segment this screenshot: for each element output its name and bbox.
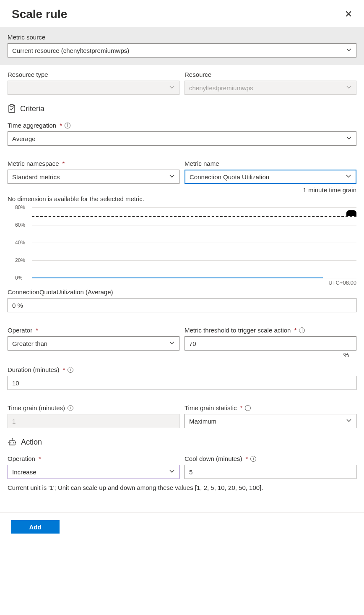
threshold-value: 70: [189, 340, 196, 347]
chevron-down-icon: [169, 340, 175, 347]
chevron-down-icon: [346, 173, 351, 181]
required-mark: *: [39, 455, 41, 462]
required-mark: *: [60, 122, 62, 129]
unit-note: Current unit is '1'; Unit can scale up a…: [0, 481, 364, 497]
metric-name-value: Connection Quota Utilization: [190, 173, 269, 181]
gridline: [32, 260, 356, 261]
metric-namespace-value: Standard metrics: [12, 173, 60, 181]
metric-grain-note: 1 minute time grain: [185, 186, 356, 194]
no-dimension-text: No dimension is available for the select…: [0, 195, 364, 204]
required-mark: *: [246, 455, 248, 462]
robot-icon: [8, 437, 17, 447]
info-icon[interactable]: i: [250, 456, 256, 462]
time-grain-stat-label: Time grain statistic: [185, 404, 237, 411]
gridline: [32, 225, 356, 225]
svg-point-6: [12, 438, 13, 439]
resource-value: chenyltestpremiumwps: [189, 84, 253, 92]
y-tick: 0%: [15, 275, 22, 281]
svg-rect-2: [9, 441, 15, 445]
add-button[interactable]: Add: [11, 520, 60, 534]
chevron-down-icon: [169, 173, 175, 181]
resource-select: chenyltestpremiumwps: [185, 81, 356, 95]
required-mark: *: [36, 327, 38, 334]
y-tick: 40%: [15, 240, 25, 246]
metric-source-label: Metric source: [8, 34, 356, 41]
criteria-section-title: Criteria: [20, 105, 44, 113]
operation-label: Operation: [8, 455, 35, 462]
duration-value: 10: [12, 379, 19, 387]
threshold-input[interactable]: 70: [185, 336, 356, 351]
close-icon[interactable]: ✕: [345, 9, 352, 20]
y-tick: 60%: [15, 222, 25, 228]
y-tick: 80%: [15, 204, 25, 210]
metric-source-select[interactable]: Current resource (chenyltestpremiumwps): [8, 43, 356, 58]
clipboard-check-icon: [8, 104, 16, 113]
panel-title: Scale rule: [12, 8, 67, 21]
gridline: [32, 207, 356, 208]
duration-input[interactable]: 10: [8, 376, 356, 390]
info-icon[interactable]: i: [245, 405, 251, 411]
gridline: [32, 243, 356, 243]
resource-type-select: [8, 81, 179, 95]
metric-name-label: Metric name: [185, 160, 356, 167]
info-icon[interactable]: i: [68, 405, 73, 411]
action-section-title: Action: [21, 438, 42, 447]
duration-label: Duration (minutes): [8, 366, 59, 373]
time-aggregation-value: Average: [12, 135, 36, 142]
operation-select[interactable]: Increase: [8, 465, 179, 479]
metric-readout-field: 0 %: [8, 298, 356, 312]
chart-timezone: UTC+08:00: [0, 278, 364, 288]
metric-readout-label: ConnectionQuotaUtilization (Average): [0, 288, 364, 297]
metric-source-value: Current resource (chenyltestpremiumwps): [12, 47, 129, 54]
info-icon[interactable]: i: [65, 123, 70, 128]
info-icon[interactable]: i: [299, 327, 305, 333]
metric-readout-value: 0 %: [12, 302, 23, 309]
chevron-down-icon: [346, 84, 352, 92]
operation-value: Increase: [12, 468, 36, 476]
time-grain-value: 1: [12, 418, 16, 425]
time-grain-label: Time grain (minutes): [8, 404, 65, 411]
metric-name-select[interactable]: Connection Quota Utilization: [185, 170, 356, 184]
svg-rect-1: [10, 105, 13, 106]
svg-point-4: [13, 442, 14, 443]
operator-select[interactable]: Greater than: [8, 336, 179, 351]
resource-label: Resource: [185, 71, 356, 78]
resource-type-label: Resource type: [8, 71, 179, 78]
time-aggregation-select[interactable]: Average: [8, 131, 356, 146]
operator-label: Operator: [8, 327, 32, 334]
time-grain-stat-select[interactable]: Maximum: [185, 414, 356, 428]
svg-point-3: [10, 442, 11, 443]
y-tick: 20%: [15, 257, 25, 263]
cooldown-input[interactable]: 5: [185, 465, 356, 479]
required-mark: *: [240, 404, 242, 411]
cooldown-value: 5: [189, 468, 192, 476]
chevron-down-icon: [346, 135, 352, 142]
required-mark: *: [294, 327, 296, 334]
time-grain-input: 1: [8, 414, 179, 428]
metric-namespace-select[interactable]: Standard metrics: [8, 170, 179, 184]
data-line: [32, 277, 323, 278]
required-mark: *: [62, 160, 65, 167]
threshold-label: Metric threshold to trigger scale action: [185, 327, 291, 334]
cooldown-label: Cool down (minutes): [185, 455, 242, 462]
info-icon[interactable]: i: [68, 367, 73, 373]
time-grain-stat-value: Maximum: [189, 418, 216, 425]
operator-value: Greater than: [12, 340, 47, 347]
required-mark: *: [62, 366, 65, 373]
chevron-down-icon: [346, 418, 352, 425]
chart-marker: [346, 210, 356, 216]
time-aggregation-label: Time aggregation: [8, 122, 56, 129]
metric-namespace-label: Metric namespace: [8, 160, 59, 167]
chevron-down-icon: [169, 84, 175, 92]
threshold-line: [32, 216, 356, 217]
threshold-unit: %: [185, 351, 356, 359]
chevron-down-icon: [169, 468, 175, 476]
metric-chart: 80% 60% 40% 20% 0%: [8, 207, 356, 278]
chevron-down-icon: [346, 47, 352, 54]
